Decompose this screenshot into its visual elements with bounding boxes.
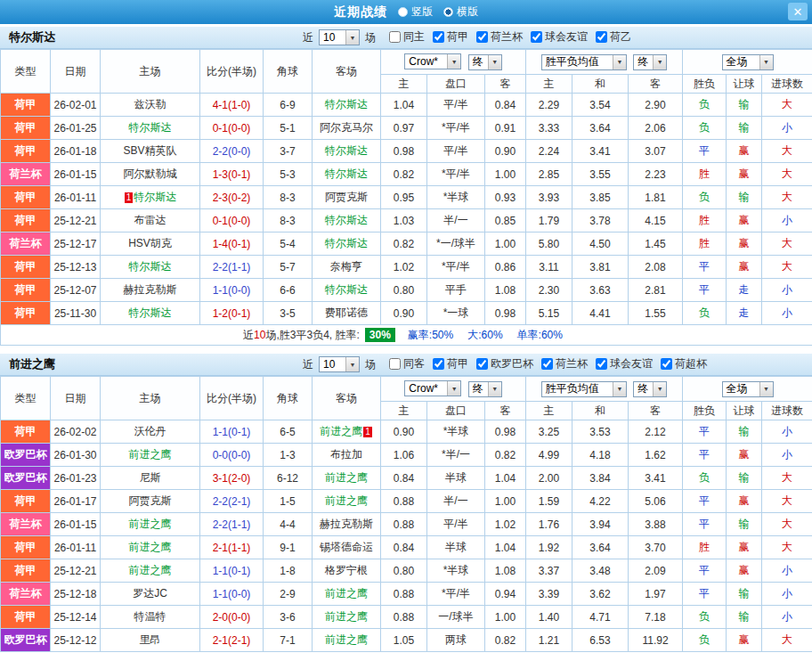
league-filter[interactable]: 荷乙 xyxy=(596,29,631,45)
date-cell: 26-02-01 xyxy=(51,94,101,117)
avg-final-select[interactable]: 终▼ xyxy=(633,381,667,397)
handicap-cell: 半球 xyxy=(427,536,485,559)
filter-checkbox[interactable] xyxy=(531,31,542,43)
layout-radio-horizontal[interactable]: 横版 xyxy=(443,4,478,20)
handicap-result-cell: 赢 xyxy=(727,559,762,583)
filter-checkbox[interactable] xyxy=(476,31,488,43)
odds-away-cell: 5.06 xyxy=(629,490,683,513)
odds-away-cell: 2.08 xyxy=(629,256,683,279)
score-cell: 1-4(0-1) xyxy=(200,233,264,256)
filter-checkbox[interactable] xyxy=(476,358,488,370)
team-label: 前进之鹰 xyxy=(129,448,172,461)
team-label: 特尔斯达 xyxy=(325,214,368,226)
score-cell: 2-2(1-1) xyxy=(200,513,264,536)
league-filter[interactable]: 荷兰杯 xyxy=(476,29,523,45)
team-label: 前进之鹰 xyxy=(325,494,368,507)
goals-cell: 小 xyxy=(762,444,812,467)
layout-radio-vertical[interactable]: 竖版 xyxy=(398,4,433,20)
handicap-cell: 半/一 xyxy=(427,209,485,233)
league-filter[interactable]: 荷甲 xyxy=(433,356,468,371)
league-filter[interactable]: 同主 xyxy=(389,29,425,45)
match-count-select[interactable]: 10 ▼ xyxy=(319,356,360,372)
score-cell: 2-1(1-1) xyxy=(200,536,264,559)
filter-checkbox[interactable] xyxy=(596,358,607,370)
date-cell: 26-01-15 xyxy=(51,163,101,186)
league-filter[interactable]: 荷超杯 xyxy=(661,356,707,371)
ah-away-odds-cell: 1.00 xyxy=(485,490,526,513)
team-label: 前进之鹰 xyxy=(325,471,368,484)
league-filter[interactable]: 球会友谊 xyxy=(531,29,588,45)
filter-checkbox[interactable] xyxy=(661,358,672,370)
score-cell: 1-1(0-1) xyxy=(200,559,264,583)
away-team-cell: 布拉加 xyxy=(313,444,381,467)
chevron-down-icon: ▼ xyxy=(447,54,460,69)
result-cell: 负 xyxy=(683,606,727,629)
odds-draw-cell: 3.54 xyxy=(572,94,629,117)
filter-checkbox[interactable] xyxy=(541,358,553,370)
handicap-cell: 平/半 xyxy=(427,140,485,163)
avg-final-select[interactable]: 终▼ xyxy=(633,54,667,70)
goals-cell: 小 xyxy=(762,209,812,233)
date-cell: 25-12-12 xyxy=(51,629,101,652)
league-filter[interactable]: 荷甲 xyxy=(433,29,468,45)
col-date: 日期 xyxy=(51,377,101,420)
filter-checkbox[interactable] xyxy=(389,31,401,43)
summary-stat: 赢率:50% xyxy=(408,329,453,341)
rank-badge: 1 xyxy=(125,192,134,203)
odds-home-cell: 2.30 xyxy=(526,279,572,302)
corners-cell: 6-5 xyxy=(264,420,313,444)
scope-select[interactable]: 全场▼ xyxy=(722,54,774,70)
scope-select[interactable]: 全场▼ xyxy=(722,381,774,397)
match-row: 荷甲26-01-11前进之鹰2-1(1-1)9-1锡塔德命运0.84半球1.04… xyxy=(1,536,812,559)
result-cell: 平 xyxy=(683,279,727,302)
avg-odds-select[interactable]: 胜平负均值▼ xyxy=(541,381,627,397)
odds-company-select[interactable]: Crow*▼ xyxy=(404,380,461,396)
result-cell: 负 xyxy=(683,302,727,325)
team-label: 前进之鹰 xyxy=(325,587,368,600)
team-label: 特尔斯达 xyxy=(325,98,368,110)
sub-col-home-odds: 主 xyxy=(526,75,572,94)
odds-company-select[interactable]: Crow*▼ xyxy=(404,53,461,69)
away-team-cell: 特尔斯达 xyxy=(313,163,381,186)
ah-away-odds-cell: 1.08 xyxy=(485,559,526,583)
final-odds-select[interactable]: 终▼ xyxy=(468,54,502,70)
team-label: 前进之鹰 xyxy=(325,610,368,623)
league-filter[interactable]: 同客 xyxy=(389,356,425,371)
handicap-result-cell: 赢 xyxy=(727,629,762,652)
avg-odds-select[interactable]: 胜平负均值▼ xyxy=(541,54,627,70)
filter-checkbox[interactable] xyxy=(433,358,444,370)
match-row: 荷甲26-02-02沃伦丹1-1(0-1)6-5前进之鹰10.90*半球0.98… xyxy=(1,420,812,444)
handicap-result-cell: 赢 xyxy=(727,490,762,513)
final-odds-select[interactable]: 终▼ xyxy=(468,381,502,397)
corners-cell: 5-7 xyxy=(264,256,313,279)
ah-home-odds-cell: 0.90 xyxy=(381,302,427,325)
odds-away-cell: 3.07 xyxy=(629,140,683,163)
league-cell: 荷甲 xyxy=(1,559,51,583)
col-type: 类型 xyxy=(1,377,51,420)
team-label: 特尔斯达 xyxy=(129,260,172,273)
chevron-down-icon: ▼ xyxy=(653,382,666,396)
europe-odds-header: 胜平负均值▼ 终▼ xyxy=(526,50,683,75)
away-team-cell: 前进之鹰 xyxy=(313,606,381,629)
goals-cell: 大 xyxy=(762,467,812,490)
sub-col-ah-away: 客 xyxy=(485,402,526,420)
close-button[interactable]: ✕ xyxy=(788,3,808,20)
odds-draw-cell: 3.64 xyxy=(572,536,629,559)
filter-checkbox[interactable] xyxy=(433,31,444,43)
league-filter[interactable]: 荷兰杯 xyxy=(541,356,588,371)
home-team-cell: 1特尔斯达 xyxy=(101,186,200,209)
league-filter[interactable]: 欧罗巴杯 xyxy=(476,356,533,371)
away-team-cell: 格罗宁根 xyxy=(313,559,381,583)
league-filter[interactable]: 球会友谊 xyxy=(596,356,653,371)
filter-checkbox[interactable] xyxy=(389,358,401,370)
ah-home-odds-cell: 1.05 xyxy=(381,629,427,652)
sub-col-handicap-result: 让球 xyxy=(727,402,762,420)
odds-home-cell: 1.92 xyxy=(526,536,572,559)
match-count-select[interactable]: 10 ▼ xyxy=(319,29,360,45)
home-team-cell: 特尔斯达 xyxy=(101,256,200,279)
sub-col-goals: 进球数 xyxy=(762,402,812,420)
handicap-cell: *平/半 xyxy=(427,583,485,606)
ah-away-odds-cell: 0.85 xyxy=(485,209,526,233)
chevron-down-icon: ▼ xyxy=(488,382,501,396)
filter-checkbox[interactable] xyxy=(596,31,607,43)
